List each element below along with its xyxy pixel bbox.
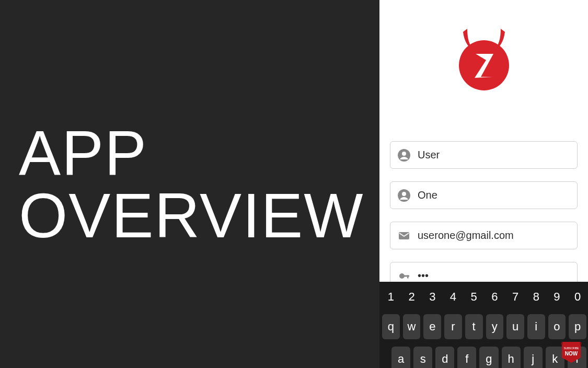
key-8[interactable]: 8	[526, 287, 546, 307]
key-q[interactable]: q	[382, 314, 400, 339]
key-icon	[398, 270, 410, 282]
key-r[interactable]: r	[444, 314, 462, 339]
key-s[interactable]: s	[413, 347, 432, 368]
soft-keyboard[interactable]: 1 2 3 4 5 6 7 8 9 0 q w e r t y u i o	[379, 282, 588, 368]
last-name-value: One	[418, 189, 437, 201]
first-name-value: User	[418, 149, 440, 161]
key-4[interactable]: 4	[443, 287, 463, 307]
key-u[interactable]: u	[506, 314, 524, 339]
key-7[interactable]: 7	[505, 287, 525, 307]
keyboard-letter-row-1: q w e r t y u i o p	[379, 314, 588, 339]
email-field[interactable]: userone@gmail.com	[390, 222, 578, 249]
key-h[interactable]: h	[502, 347, 521, 368]
badge-line2: NOW	[565, 351, 578, 356]
keyboard-letter-row-2: a s d f g h j k l	[379, 347, 588, 368]
keyboard-number-row: 1 2 3 4 5 6 7 8 9 0	[379, 287, 588, 307]
page-title: APP OVERVIEW	[19, 121, 379, 247]
key-d[interactable]: d	[435, 347, 454, 368]
key-i[interactable]: i	[527, 314, 545, 339]
svg-rect-8	[407, 275, 409, 278]
key-f[interactable]: f	[457, 347, 476, 368]
last-name-field[interactable]: One	[390, 181, 578, 209]
badge-line1: SUBSCRIBE	[564, 347, 580, 350]
key-g[interactable]: g	[479, 347, 498, 368]
person-icon	[398, 149, 410, 162]
key-3[interactable]: 3	[422, 287, 442, 307]
key-j[interactable]: j	[524, 347, 543, 368]
key-o[interactable]: o	[548, 314, 566, 339]
svg-point-4	[402, 192, 406, 196]
key-1[interactable]: 1	[381, 287, 401, 307]
logo-container	[379, 29, 588, 91]
key-6[interactable]: 6	[485, 287, 505, 307]
email-value: userone@gmail.com	[418, 229, 514, 242]
phone-panel: User One userone@gmail.com •••	[379, 0, 588, 368]
key-y[interactable]: y	[486, 314, 504, 339]
key-9[interactable]: 9	[547, 287, 567, 307]
app-logo-icon	[455, 29, 513, 91]
key-w[interactable]: w	[403, 314, 421, 339]
left-panel: APP OVERVIEW	[0, 0, 379, 368]
key-2[interactable]: 2	[402, 287, 422, 307]
person-icon	[398, 189, 410, 202]
key-a[interactable]: a	[391, 347, 410, 368]
key-p[interactable]: p	[569, 314, 586, 339]
key-t[interactable]: t	[465, 314, 483, 339]
first-name-field[interactable]: User	[390, 141, 578, 169]
key-0[interactable]: 0	[568, 287, 587, 307]
key-5[interactable]: 5	[464, 287, 484, 307]
subscribe-now-badge[interactable]: SUBSCRIBE NOW	[561, 342, 582, 365]
svg-point-2	[402, 152, 406, 156]
stage: APP OVERVIEW User	[0, 0, 588, 368]
password-value: •••	[418, 270, 429, 282]
key-e[interactable]: e	[423, 314, 441, 339]
mail-icon	[398, 229, 410, 242]
signup-form: User One userone@gmail.com •••	[379, 141, 588, 290]
svg-rect-5	[399, 232, 409, 239]
